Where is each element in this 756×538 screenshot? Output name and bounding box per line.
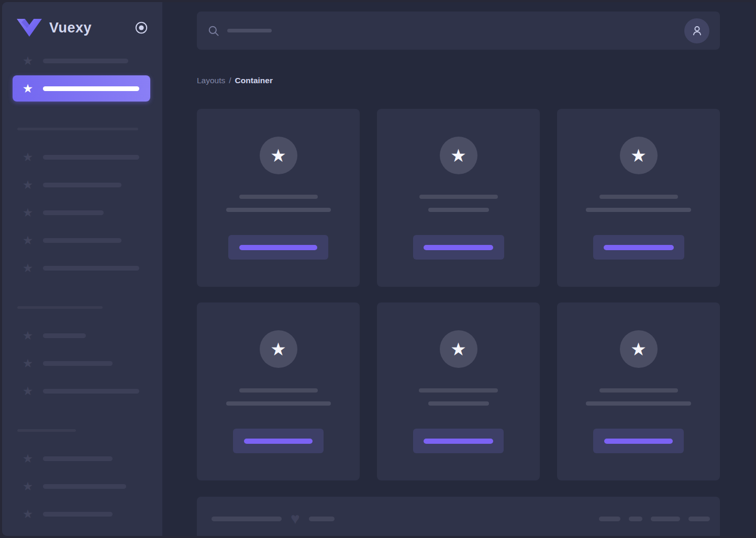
card-title-skeleton [599, 388, 678, 393]
breadcrumb-parent[interactable]: Layouts [197, 76, 225, 85]
sidebar-item[interactable]: ★ [2, 227, 162, 254]
sidebar-section: ★★★ [2, 445, 162, 528]
footer-link-skeleton [688, 517, 710, 521]
card-action-button[interactable] [413, 429, 504, 453]
button-label-skeleton [604, 245, 674, 250]
card-action-button[interactable] [593, 235, 684, 260]
card-action-button[interactable] [413, 235, 504, 260]
breadcrumb-separator: / [229, 76, 231, 85]
star-icon: ★ [450, 340, 466, 358]
placeholder-card: ★ [377, 302, 540, 480]
breadcrumb-current: Container [235, 76, 273, 85]
search-bar[interactable] [197, 12, 720, 50]
menu-label-skeleton [43, 238, 121, 243]
card-title-skeleton [239, 195, 318, 199]
card-action-button[interactable] [593, 429, 684, 453]
brand-name: Vuexy [49, 20, 134, 36]
card-avatar: ★ [440, 330, 477, 368]
card-title-skeleton [419, 388, 498, 393]
card-avatar: ★ [440, 137, 477, 174]
sidebar-item[interactable]: ★ [2, 254, 162, 282]
placeholder-card: ★ [557, 302, 720, 480]
user-avatar[interactable] [684, 18, 709, 43]
sidebar-item[interactable]: ★ [2, 445, 162, 473]
sidebar-item[interactable]: ★ [2, 350, 162, 377]
heart-icon: ♥ [291, 511, 300, 526]
star-icon: ★ [21, 234, 35, 246]
section-header-skeleton [17, 306, 103, 309]
card-text-skeleton [586, 401, 691, 406]
menu-label-skeleton [43, 183, 121, 187]
card-avatar: ★ [620, 137, 658, 174]
sidebar-item[interactable]: ★ [2, 143, 162, 171]
footer-link-skeleton [599, 517, 620, 521]
search-icon [208, 25, 219, 37]
star-icon: ★ [630, 147, 646, 164]
menu-label-skeleton [43, 59, 128, 63]
sidebar-item[interactable]: ★ [2, 322, 162, 350]
person-icon [690, 24, 704, 38]
placeholder-card: ★ [377, 109, 540, 287]
sidebar-section: ★★★ [2, 322, 162, 405]
card-title-skeleton [239, 388, 318, 393]
footer-card: ♥ [197, 497, 720, 536]
card-text-skeleton [586, 208, 691, 212]
card-action-button[interactable] [228, 235, 328, 260]
card-avatar: ★ [620, 330, 658, 368]
placeholder-card: ★ [197, 109, 360, 287]
card-text-skeleton [226, 401, 331, 406]
star-icon: ★ [21, 453, 35, 465]
button-label-skeleton [239, 245, 317, 250]
search-placeholder-skeleton [227, 29, 272, 32]
star-icon: ★ [21, 480, 35, 492]
button-label-skeleton [244, 439, 313, 444]
star-icon: ★ [21, 262, 35, 274]
sidebar-item-active[interactable]: ★ [13, 75, 150, 102]
sidebar-nav: ★★★★★★★★★★★★★ [2, 47, 162, 528]
star-icon: ★ [270, 340, 286, 358]
brand: Vuexy [2, 2, 162, 37]
button-label-skeleton [604, 439, 673, 444]
star-icon: ★ [21, 357, 35, 369]
menu-label-skeleton [43, 266, 139, 271]
breadcrumb: Layouts/Container [197, 76, 720, 85]
star-icon: ★ [630, 340, 646, 358]
card-text-skeleton [226, 208, 331, 212]
menu-label-skeleton [43, 155, 139, 160]
sidebar-item[interactable]: ★ [2, 171, 162, 199]
menu-label-skeleton [43, 210, 104, 215]
vuexy-logo-icon [17, 19, 42, 37]
menu-label-skeleton [43, 389, 139, 394]
button-label-skeleton [424, 245, 493, 250]
app-window: Vuexy ★★★★★★★★★★★★★ [2, 2, 754, 536]
main-content: Layouts/Container ★★★★★★ ♥ [162, 2, 754, 536]
footer-text-skeleton [309, 517, 335, 521]
star-icon: ★ [21, 508, 35, 520]
placeholder-card: ★ [557, 109, 720, 287]
button-label-skeleton [424, 439, 493, 444]
card-title-skeleton [419, 195, 498, 199]
card-text-skeleton [428, 208, 489, 212]
menu-label-skeleton [43, 512, 113, 517]
sidebar-item[interactable]: ★ [2, 47, 162, 75]
sidebar-item[interactable]: ★ [2, 473, 162, 500]
section-header-skeleton [17, 128, 138, 130]
footer-text-skeleton [212, 517, 282, 521]
sidebar-item[interactable]: ★ [2, 199, 162, 227]
star-icon: ★ [21, 385, 35, 397]
menu-label-skeleton [43, 86, 139, 91]
star-icon: ★ [21, 207, 35, 219]
footer-link-skeleton [629, 517, 642, 521]
star-icon: ★ [21, 330, 35, 342]
menu-label-skeleton [43, 333, 86, 338]
card-title-skeleton [599, 195, 678, 199]
card-action-button[interactable] [233, 429, 324, 453]
sidebar-item[interactable]: ★ [2, 377, 162, 405]
record-circle-icon[interactable] [134, 20, 149, 35]
menu-label-skeleton [43, 456, 113, 461]
sidebar-item[interactable]: ★ [2, 500, 162, 528]
sidebar: Vuexy ★★★★★★★★★★★★★ [2, 2, 162, 536]
sidebar-section: ★★★★★ [2, 143, 162, 282]
star-icon: ★ [270, 147, 286, 164]
section-header-skeleton [17, 429, 76, 432]
